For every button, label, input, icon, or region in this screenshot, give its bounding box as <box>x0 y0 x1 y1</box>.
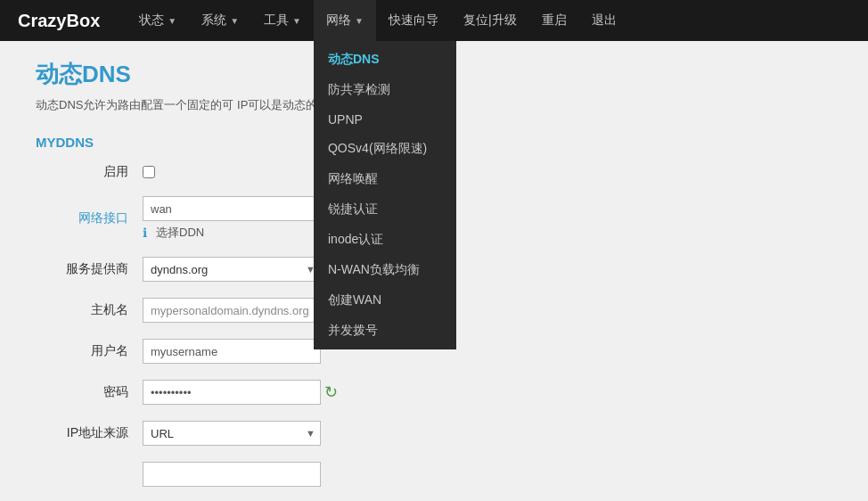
brand[interactable]: CrazyBox <box>9 11 109 31</box>
nav-items: 状态 ▼ 系统 ▼ 工具 ▼ 网络 ▼ 动态DNS 防共享检测 UPNP QOS… <box>127 0 628 41</box>
dropdown-item-ddns[interactable]: 动态DNS <box>314 45 456 75</box>
dropdown-item-upnp[interactable]: UPNP <box>314 105 456 134</box>
help-icon: ℹ <box>143 226 147 240</box>
bottom-input[interactable] <box>143 462 321 487</box>
dropdown-item-inode[interactable]: inode认证 <box>314 225 456 255</box>
password-label: 密码 <box>36 384 143 400</box>
enable-checkbox[interactable] <box>143 166 155 178</box>
chevron-down-icon: ▼ <box>230 16 239 26</box>
hostname-input[interactable] <box>143 298 330 323</box>
interface-input[interactable] <box>143 196 321 221</box>
navbar: CrazyBox 状态 ▼ 系统 ▼ 工具 ▼ 网络 ▼ 动态DNS 防共享检测… <box>0 0 868 41</box>
dropdown-item-nwan[interactable]: N-WAN负载均衡 <box>314 255 456 285</box>
nav-status[interactable]: 状态 ▼ <box>127 0 189 41</box>
ip-source-label: IP地址来源 <box>36 425 143 441</box>
hostname-label: 主机名 <box>36 302 143 318</box>
bottom-row <box>36 462 832 487</box>
dropdown-item-dialup[interactable]: 并发拨号 <box>314 316 456 346</box>
provider-select[interactable]: dyndns.org no-ip.com 3322.org <box>143 257 321 282</box>
nav-network[interactable]: 网络 ▼ 动态DNS 防共享检测 UPNP QOSv4(网络限速) 网络唤醒 锐… <box>314 0 376 41</box>
nav-reboot[interactable]: 重启 <box>529 0 579 41</box>
nav-logout[interactable]: 退出 <box>579 0 629 41</box>
ip-source-select[interactable]: URL WAN接口 接口 <box>143 421 321 446</box>
dropdown-item-qos[interactable]: QOSv4(网络限速) <box>314 134 456 164</box>
nav-upgrade[interactable]: 复位|升级 <box>451 0 529 41</box>
interface-help-row: ℹ 选择DDN <box>143 225 321 241</box>
refresh-icon[interactable]: ↻ <box>324 382 338 402</box>
username-label: 用户名 <box>36 343 143 359</box>
dropdown-item-createwan[interactable]: 创建WAN <box>314 285 456 316</box>
nav-system[interactable]: 系统 ▼ <box>189 0 251 41</box>
chevron-down-icon: ▼ <box>355 16 364 26</box>
chevron-down-icon: ▼ <box>292 16 301 26</box>
dropdown-item-ruijie[interactable]: 锐捷认证 <box>314 194 456 225</box>
interface-label: 网络接口 <box>36 210 143 226</box>
nav-tools[interactable]: 工具 ▼ <box>251 0 314 41</box>
password-input[interactable] <box>143 380 321 405</box>
provider-select-wrap: dyndns.org no-ip.com 3322.org ▼ <box>143 257 321 282</box>
network-dropdown: 动态DNS 防共享检测 UPNP QOSv4(网络限速) 网络唤醒 锐捷认证 i… <box>314 41 456 349</box>
password-row: 密码 ↻ <box>36 380 832 405</box>
ip-source-row: IP地址来源 URL WAN接口 接口 ▼ <box>36 421 832 446</box>
dropdown-item-antishare[interactable]: 防共享检测 <box>314 75 456 105</box>
interface-help-text: 选择DDN <box>156 225 204 241</box>
chevron-down-icon: ▼ <box>168 16 176 26</box>
username-input[interactable] <box>143 339 321 364</box>
dropdown-item-wakeonlan[interactable]: 网络唤醒 <box>314 164 456 194</box>
ip-select-wrap: URL WAN接口 接口 ▼ <box>143 421 321 446</box>
provider-label: 服务提供商 <box>36 261 143 277</box>
nav-wizard[interactable]: 快速向导 <box>376 0 451 41</box>
enable-label: 启用 <box>36 164 143 180</box>
